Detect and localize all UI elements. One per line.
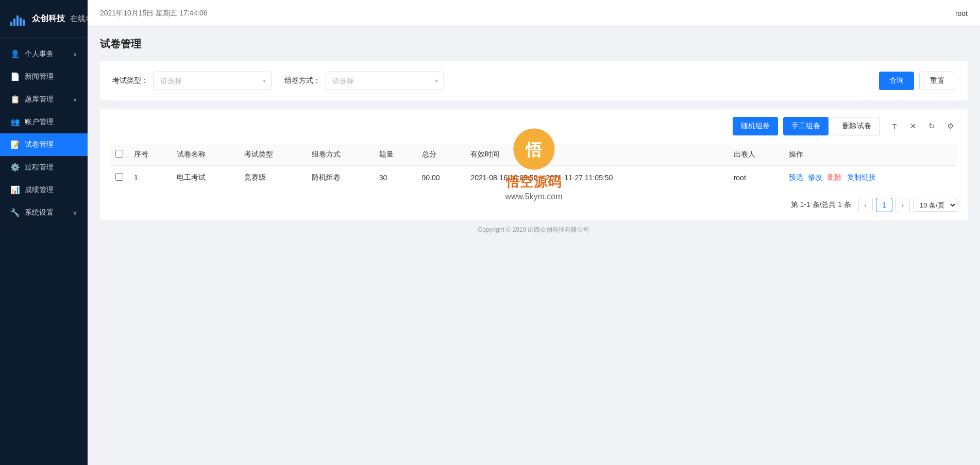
row-checkbox-cell	[110, 166, 129, 190]
pagination-size-select[interactable]: 10 条/页 20 条/页 50 条/页	[913, 199, 957, 212]
logo-bar-1	[10, 22, 12, 26]
sidebar-label-account: 账户管理	[25, 117, 77, 127]
sidebar-label-news: 新闻管理	[25, 72, 77, 81]
sidebar-label-paper: 试卷管理	[25, 140, 77, 149]
th-index: 序号	[129, 144, 172, 166]
account-icon: 👥	[10, 117, 20, 127]
refresh-icon[interactable]: ↻	[924, 119, 939, 133]
sidebar-label-settings: 系统设置	[25, 208, 67, 217]
personal-icon: 👤	[10, 49, 20, 59]
pagination: 第 1-1 条/总共 1 条 ‹ 1 › 10 条/页 20 条/页 50 条/…	[110, 198, 957, 212]
row-checkbox[interactable]	[115, 173, 123, 181]
row-actions: 预选 修改 删除 复制链接	[784, 166, 957, 190]
pagination-prev[interactable]: ‹	[858, 198, 873, 212]
exam-type-label: 考试类型：	[112, 76, 148, 85]
logo-bar-4	[20, 18, 22, 26]
table-card: 随机组卷 手工组卷 删除试卷 T ✕ ↻ ⚙ 序号	[100, 109, 968, 220]
row-creator: root	[729, 166, 784, 190]
topbar-datetime: 2021年10月15日 星期五 17:44:06	[100, 9, 208, 18]
filter-compose-type-group: 组卷方式： 请选择	[284, 72, 444, 90]
sidebar-label-question: 题库管理	[25, 95, 67, 104]
query-button[interactable]: 查询	[879, 72, 914, 90]
action-edit[interactable]: 修改	[808, 173, 822, 181]
question-icon: 📋	[10, 95, 20, 104]
th-actions: 操作	[784, 144, 957, 166]
sidebar-item-news[interactable]: 📄 新闻管理	[0, 65, 88, 88]
content-area: 试卷管理 考试类型： 请选择 组卷方式： 请选择 查	[88, 27, 980, 465]
topbar: 2021年10月15日 星期五 17:44:06 root	[88, 0, 980, 27]
sidebar-item-personal[interactable]: 👤 个人事务 ∨	[0, 43, 88, 65]
logo-bar-2	[13, 19, 15, 26]
filter-exam-type-group: 考试类型： 请选择	[112, 72, 272, 90]
reset-button[interactable]: 重置	[919, 72, 955, 90]
close-toolbar-icon[interactable]: ✕	[906, 119, 920, 133]
settings-toolbar-icon[interactable]: ⚙	[943, 119, 957, 133]
compose-type-select[interactable]: 请选择	[326, 72, 444, 90]
th-exam-type: 考试类型	[239, 144, 307, 166]
topbar-user: root	[955, 9, 968, 18]
table-header-row: 序号 试卷名称 考试类型 组卷方式 题量 总分 有效时间 出卷人 操作	[110, 144, 957, 166]
compose-type-select-wrapper: 请选择	[326, 72, 444, 90]
page-title: 试卷管理	[100, 37, 968, 51]
main-area: 2021年10月15日 星期五 17:44:06 root 试卷管理 考试类型：…	[88, 0, 980, 465]
chevron-personal: ∨	[73, 50, 77, 58]
table-row: 1 电工考试 竞赛级 随机组卷 30 90.00 2021-08-16 10:0…	[110, 166, 957, 190]
row-exam-type: 竞赛级	[239, 166, 307, 190]
row-name: 电工考试	[172, 166, 239, 190]
sidebar-item-account[interactable]: 👥 账户管理	[0, 111, 88, 133]
paper-icon: 📝	[10, 140, 20, 149]
compose-type-label: 组卷方式：	[284, 76, 320, 85]
th-total-score: 总分	[417, 144, 466, 166]
chevron-question: ∨	[73, 96, 77, 103]
sidebar-logo: 众创科技 在线考试平台	[0, 0, 88, 38]
action-preview[interactable]: 预选	[789, 173, 803, 181]
text-format-icon[interactable]: T	[887, 119, 902, 133]
logo-icon	[8, 9, 27, 28]
sidebar-item-settings[interactable]: 🔧 系统设置 ∨	[0, 201, 88, 224]
delete-paper-button[interactable]: 删除试卷	[834, 117, 880, 135]
sidebar-item-question[interactable]: 📋 题库管理 ∨	[0, 88, 88, 111]
action-copy[interactable]: 复制链接	[847, 173, 876, 181]
exam-type-select[interactable]: 请选择	[154, 72, 272, 90]
settings-icon: 🔧	[10, 208, 20, 217]
manual-compose-button[interactable]: 手工组卷	[783, 117, 829, 135]
pagination-next[interactable]: ›	[895, 198, 910, 212]
table-toolbar: 随机组卷 手工组卷 删除试卷 T ✕ ↻ ⚙	[110, 117, 957, 135]
logo-bar-5	[23, 20, 25, 26]
chevron-settings: ∨	[73, 209, 77, 216]
logo-bar-3	[16, 15, 19, 26]
filter-buttons: 查询 重置	[879, 72, 955, 90]
result-icon: 📊	[10, 185, 20, 195]
th-creator: 出卷人	[729, 144, 784, 166]
pagination-current-page: 1	[876, 198, 892, 212]
sidebar-nav: 👤 个人事务 ∨ 📄 新闻管理 📋 题库管理 ∨ 👥 账户管理 📝 试卷管理 ⚙…	[0, 38, 88, 465]
action-delete[interactable]: 删除	[827, 173, 842, 181]
footer: Copyright © 2019 山西众创科技有限公司	[100, 220, 968, 239]
news-icon: 📄	[10, 72, 20, 81]
row-question-count: 30	[374, 166, 417, 190]
filter-card: 考试类型： 请选择 组卷方式： 请选择 查询 重置	[100, 61, 968, 100]
sidebar-label-process: 过程管理	[25, 163, 77, 172]
th-checkbox	[110, 144, 129, 166]
th-name: 试卷名称	[172, 144, 239, 166]
sidebar-label-result: 成绩管理	[25, 185, 77, 195]
process-icon: ⚙️	[10, 163, 20, 172]
sidebar-item-process[interactable]: ⚙️ 过程管理	[0, 156, 88, 179]
exam-type-select-wrapper: 请选择	[154, 72, 272, 90]
row-index: 1	[129, 166, 172, 190]
sidebar: 众创科技 在线考试平台 👤 个人事务 ∨ 📄 新闻管理 📋 题库管理 ∨ 👥 账…	[0, 0, 88, 465]
logo-platform: 在线考试平台	[70, 14, 88, 24]
sidebar-item-result[interactable]: 📊 成绩管理	[0, 179, 88, 201]
sidebar-label-personal: 个人事务	[25, 49, 67, 59]
row-compose-type: 随机组卷	[307, 166, 374, 190]
pagination-info: 第 1-1 条/总共 1 条	[791, 200, 851, 210]
th-valid-time: 有效时间	[465, 144, 728, 166]
sidebar-item-paper[interactable]: 📝 试卷管理	[0, 133, 88, 156]
logo-brand: 众创科技	[32, 13, 65, 24]
th-compose-type: 组卷方式	[307, 144, 374, 166]
logo-bars	[10, 11, 25, 26]
random-compose-button[interactable]: 随机组卷	[733, 117, 778, 135]
toolbar-icons: T ✕ ↻ ⚙	[887, 119, 957, 133]
data-table: 序号 试卷名称 考试类型 组卷方式 题量 总分 有效时间 出卷人 操作 1 电工…	[110, 144, 957, 190]
select-all-checkbox[interactable]	[115, 150, 123, 158]
